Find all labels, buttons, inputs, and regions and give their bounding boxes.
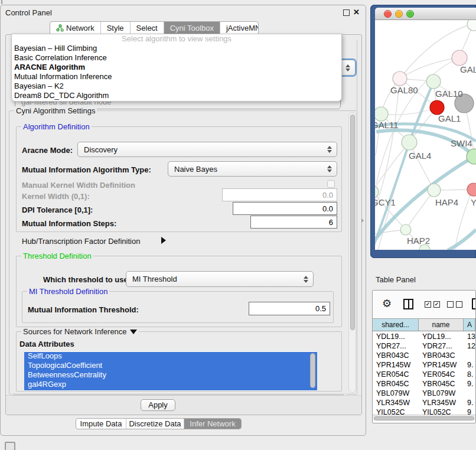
network-node[interactable]	[467, 20, 476, 31]
close-icon[interactable]: ✕	[353, 8, 360, 17]
tab-impute-data[interactable]: Impute Data	[76, 419, 126, 429]
popup-item-bayesian-hill[interactable]: Bayesian – Hill Climbing	[12, 44, 341, 53]
table-row[interactable]: YBR045C YBR045C 9.	[373, 379, 475, 389]
network-node-gal4[interactable]	[402, 135, 417, 150]
column-header-partial[interactable]: A	[464, 319, 475, 331]
cell-shared-name[interactable]: YDR27...	[373, 341, 419, 351]
cell-name[interactable]: YBL079W	[419, 389, 464, 398]
splitter-handle[interactable]	[361, 219, 364, 223]
cell-value[interactable]	[464, 389, 475, 398]
cell-shared-name[interactable]: YPR145W	[373, 360, 419, 370]
manual-kernel-checkbox[interactable]	[327, 180, 335, 188]
data-attributes-list[interactable]: SelfLoops TopologicalCoefficient Between…	[24, 351, 317, 391]
cell-name[interactable]: YDL19...	[419, 332, 464, 341]
apply-button[interactable]: Apply	[141, 399, 175, 411]
table-row[interactable]: YER054C YER054C 8.	[373, 370, 475, 379]
checked-column-icon[interactable]: ✓	[433, 301, 440, 308]
network-node-gal-partial[interactable]	[452, 50, 467, 66]
aracne-mode-combo[interactable]: Discovery	[77, 142, 337, 157]
cell-shared-name[interactable]: YDL19...	[373, 332, 419, 341]
network-node-gal80[interactable]	[393, 71, 407, 86]
cell-value[interactable]: 9.	[464, 398, 475, 407]
zoom-traffic-icon[interactable]	[406, 10, 414, 18]
minimized-panel-icon[interactable]	[5, 442, 15, 450]
network-nodes[interactable]	[375, 20, 476, 250]
popup-item-dream8[interactable]: Dream8 DC_TDC Algorithm	[12, 91, 341, 100]
cell-value[interactable]: 9	[464, 407, 475, 415]
cell-shared-name[interactable]: YBR045C	[373, 379, 419, 389]
cell-value[interactable]: 8.	[464, 370, 475, 379]
gear-icon[interactable]: ⚙	[382, 298, 392, 309]
column-header-name[interactable]: name	[419, 319, 464, 331]
cell-name[interactable]: YER054C	[419, 370, 464, 379]
tab-select[interactable]: Select	[131, 22, 164, 34]
tab-style[interactable]: Style	[101, 22, 131, 34]
table-row[interactable]: YIL052C YIL052C 9	[373, 407, 475, 415]
split-panel-icon[interactable]	[403, 299, 413, 309]
cell-name[interactable]: YLR345W	[419, 398, 464, 407]
tab-discretize-data[interactable]: Discretize Data	[126, 419, 184, 429]
sources-group-label[interactable]: Sources for Network Inference	[21, 327, 139, 336]
hub-expand-icon[interactable]	[161, 237, 166, 244]
tab-network[interactable]: Network	[50, 22, 101, 34]
cell-shared-name[interactable]: YBR043C	[373, 351, 419, 360]
network-node-gcy1[interactable]	[375, 185, 379, 198]
popup-item-mutual-information[interactable]: Mutual Information Inference	[12, 72, 341, 81]
mi-steps-field[interactable]	[250, 216, 337, 229]
cell-value[interactable]: 13	[464, 332, 475, 341]
minimize-traffic-icon[interactable]	[395, 10, 403, 18]
file-icon[interactable]	[472, 298, 476, 309]
settings-vertical-scrollbar[interactable]	[348, 112, 356, 393]
popup-item-basic-correlation[interactable]: Basic Correlation Inference	[12, 53, 341, 63]
cell-name[interactable]: YBR043C	[419, 351, 464, 360]
cell-shared-name[interactable]: YER054C	[373, 370, 419, 379]
dpi-tolerance-field[interactable]	[233, 202, 337, 215]
network-node-gal10[interactable]	[426, 74, 441, 89]
table-horizontal-scrollbar[interactable]	[373, 415, 475, 420]
tab-cyni-toolbox[interactable]: Cyni Toolbox	[164, 22, 220, 34]
mi-threshold-field[interactable]	[249, 302, 330, 315]
sources-collapse-icon[interactable]	[130, 330, 137, 334]
table-row[interactable]: YDR27... YDR27... 12	[373, 341, 475, 351]
unchecked-column-icon[interactable]	[447, 301, 454, 308]
popup-item-bayesian-k2[interactable]: Bayesian – K2	[12, 81, 341, 91]
table-row[interactable]: YPR145W YPR145W 9.	[373, 360, 475, 370]
close-traffic-icon[interactable]	[384, 10, 392, 18]
table-row[interactable]: YDL19... YDL19... 13	[373, 332, 475, 341]
cell-shared-name[interactable]: YIL052C	[373, 407, 419, 415]
mi-type-combo[interactable]: Naive Bayes	[168, 161, 337, 177]
cell-name[interactable]: YPR145W	[419, 360, 464, 370]
cell-name[interactable]: YBR045C	[419, 379, 464, 389]
popup-item-aracne[interactable]: ARACNE Algorithm	[12, 63, 341, 72]
table-row[interactable]: YLR345W YLR345W 9.	[373, 398, 475, 407]
network-node-gal1[interactable]	[430, 100, 444, 115]
cell-value[interactable]: 12	[464, 341, 475, 351]
tab-jactivemnodules[interactable]: jActiveMNodules	[220, 22, 259, 34]
cell-shared-name[interactable]: YLR345W	[373, 398, 419, 407]
table-row[interactable]: YBR043C YBR043C	[373, 351, 475, 360]
cell-shared-name[interactable]: YBL079W	[373, 389, 419, 398]
which-threshold-combo[interactable]: MI Threshold	[126, 271, 314, 287]
attribute-item[interactable]: gal4RGexp	[24, 380, 317, 389]
tab-infer-network[interactable]: Infer Network	[184, 419, 241, 429]
checked-column-icon[interactable]: ✓	[425, 301, 431, 308]
cell-name[interactable]: YIL052C	[419, 407, 464, 415]
kernel-width-field[interactable]	[222, 188, 337, 201]
float-window-icon[interactable]	[343, 9, 350, 16]
cell-value[interactable]: 9.	[464, 360, 475, 370]
network-node-gal11[interactable]	[375, 107, 388, 121]
network-node-hap2[interactable]	[400, 224, 411, 235]
network-node-hap4[interactable]	[428, 184, 441, 197]
cell-name[interactable]: YDR27...	[419, 341, 464, 351]
hub-section-label[interactable]: Hub/Transcription Factor Definition	[22, 237, 140, 246]
unchecked-column-icon[interactable]	[456, 301, 462, 308]
network-node-salmon[interactable]	[467, 183, 476, 196]
table-row[interactable]: YBL079W YBL079W	[373, 389, 475, 398]
cell-value[interactable]: 9.	[464, 379, 475, 389]
attribute-item[interactable]: TopologicalCoefficient	[24, 361, 317, 370]
attributes-list-scrollbar[interactable]	[310, 353, 315, 388]
column-header-shared-name[interactable]: shared...	[373, 319, 419, 331]
attribute-item[interactable]: SelfLoops	[24, 351, 317, 361]
attribute-item[interactable]: BetweennessCentrality	[24, 370, 317, 380]
network-canvas[interactable]: GAL GAL80 GAL10 GAL1 GAL11 SWI4 GAL4 GCY…	[375, 20, 476, 250]
